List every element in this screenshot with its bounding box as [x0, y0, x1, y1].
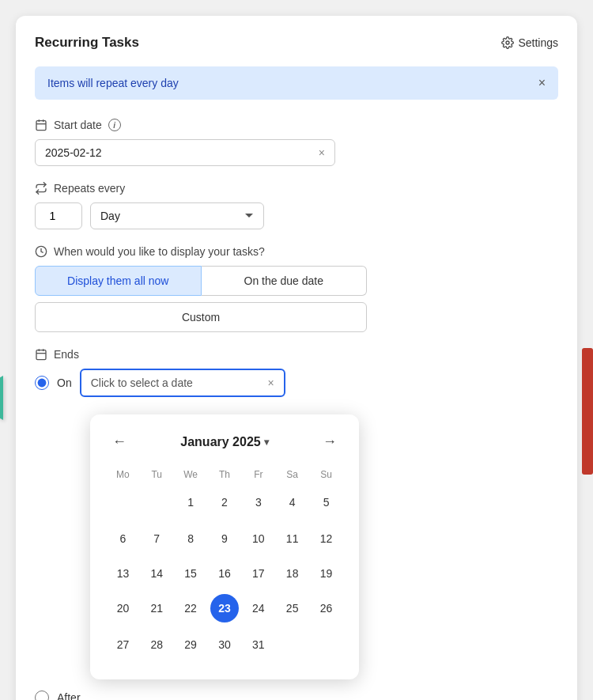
calendar-empty-cell	[142, 486, 171, 515]
banner-text: Items will repeat every day	[47, 77, 179, 89]
calendar-dropdown-icon: ▾	[264, 437, 269, 448]
calendar-cell[interactable]: 14	[140, 556, 174, 591]
calendar-dow-header: Sa	[275, 466, 309, 483]
calendar-cell[interactable]: 9	[208, 521, 242, 556]
calendar-cell[interactable]: 17	[241, 556, 275, 591]
calendar-cell	[140, 483, 174, 521]
start-date-label: Start date i	[35, 119, 558, 131]
calendar-cell[interactable]: 31	[241, 626, 275, 664]
calendar-cell[interactable]: 13	[106, 556, 140, 591]
calendar-day[interactable]: 30	[210, 630, 239, 659]
calendar-day[interactable]: 24	[244, 594, 273, 622]
calendar-cell	[106, 483, 140, 521]
calendar-day[interactable]: 21	[142, 594, 171, 622]
banner-close-button[interactable]: ×	[538, 76, 546, 90]
calendar-cell[interactable]: 30	[208, 626, 242, 664]
calendar-day[interactable]: 27	[108, 630, 137, 659]
calendar-cell[interactable]: 10	[241, 521, 275, 556]
start-date-clear-button[interactable]: ×	[319, 146, 325, 159]
calendar-day[interactable]: 3	[244, 488, 273, 516]
calendar-cell[interactable]: 20	[106, 591, 140, 626]
calendar-cell[interactable]: 22	[174, 591, 208, 626]
calendar-day[interactable]: 16	[210, 559, 239, 588]
calendar-day[interactable]: 5	[312, 488, 341, 516]
display-custom-button[interactable]: Custom	[35, 302, 367, 332]
calendar-day[interactable]: 31	[244, 630, 273, 659]
calendar-dow-header: Fr	[241, 466, 275, 483]
svg-point-0	[506, 41, 509, 44]
calendar-dow-header: Th	[208, 466, 242, 483]
calendar-cell[interactable]: 4	[275, 483, 309, 521]
calendar-cell[interactable]: 28	[140, 626, 174, 664]
calendar-day[interactable]: 19	[312, 559, 341, 588]
calendar-next-button[interactable]: →	[316, 430, 343, 453]
calendar-day[interactable]: 9	[210, 524, 239, 553]
calendar-cell[interactable]: 21	[140, 591, 174, 626]
calendar-day[interactable]: 14	[142, 559, 171, 588]
display-section: When would you like to display your task…	[35, 245, 558, 332]
calendar-cell[interactable]: 15	[174, 556, 208, 591]
calendar-cell[interactable]: 18	[275, 556, 309, 591]
calendar-cell[interactable]: 19	[309, 556, 343, 591]
calendar-cell[interactable]: 11	[275, 521, 309, 556]
calendar-day[interactable]: 7	[142, 524, 171, 553]
calendar-day[interactable]: 10	[244, 524, 273, 553]
ends-on-option: On Click to select a date ×	[35, 369, 558, 397]
display-all-now-button[interactable]: Display them all now	[35, 266, 202, 296]
ends-on-radio[interactable]	[35, 376, 49, 390]
calendar-dow-header: Mo	[106, 466, 140, 483]
calendar-day[interactable]: 6	[108, 524, 137, 553]
calendar-cell[interactable]: 23	[208, 591, 242, 626]
repeats-number-input[interactable]	[35, 202, 82, 229]
calendar-day[interactable]: 20	[108, 594, 137, 622]
calendar-day[interactable]: 8	[176, 524, 205, 553]
calendar-cell[interactable]: 5	[309, 483, 343, 521]
ends-date-select[interactable]: Click to select a date ×	[80, 369, 285, 397]
calendar-day[interactable]: 29	[176, 630, 205, 659]
calendar-day[interactable]: 11	[278, 524, 307, 553]
ends-after-radio[interactable]	[35, 691, 49, 700]
calendar-day[interactable]: 13	[108, 559, 137, 588]
calendar-cell[interactable]: 7	[140, 521, 174, 556]
header: Recurring Tasks Settings	[35, 35, 558, 51]
calendar-cell[interactable]: 2	[208, 483, 242, 521]
calendar-day[interactable]: 4	[278, 488, 307, 516]
calendar-cell[interactable]: 25	[275, 591, 309, 626]
calendar-cell[interactable]: 1	[174, 483, 208, 521]
calendar-cell[interactable]: 16	[208, 556, 242, 591]
start-date-section: Start date i 2025-02-12 ×	[35, 119, 558, 166]
calendar-popup: ← January 2025 ▾ → MoTuWeThFrSaSu 123456…	[90, 414, 359, 679]
calendar-day[interactable]: 25	[278, 594, 307, 622]
calendar-cell	[309, 626, 343, 664]
start-date-input[interactable]: 2025-02-12 ×	[35, 139, 335, 166]
ends-date-clear-button[interactable]: ×	[268, 376, 274, 389]
display-on-due-date-button[interactable]: On the due date	[202, 266, 368, 296]
settings-button[interactable]: Settings	[501, 36, 558, 49]
calendar-prev-button[interactable]: ←	[106, 430, 133, 453]
calendar-day[interactable]: 17	[244, 559, 273, 588]
calendar-cell[interactable]: 29	[174, 626, 208, 664]
calendar-cell[interactable]: 8	[174, 521, 208, 556]
settings-label: Settings	[518, 36, 558, 49]
calendar-day[interactable]: 12	[312, 524, 341, 553]
calendar-cell[interactable]: 24	[241, 591, 275, 626]
calendar-month-year[interactable]: January 2025 ▾	[180, 435, 268, 449]
repeats-period-select[interactable]: Day Week Month Year	[90, 202, 264, 229]
calendar-day[interactable]: 28	[142, 630, 171, 659]
calendar-cell[interactable]: 27	[106, 626, 140, 664]
calendar-day[interactable]: 26	[312, 594, 341, 622]
display-toggle-row: Display them all now On the due date	[35, 266, 367, 296]
calendar-day[interactable]: 2	[210, 488, 239, 516]
calendar-selected-day[interactable]: 23	[210, 594, 239, 622]
repeats-section: Repeats every Day Week Month Year	[35, 182, 558, 229]
calendar-day[interactable]: 18	[278, 559, 307, 588]
ends-on-label: On	[57, 376, 72, 389]
calendar-day[interactable]: 15	[176, 559, 205, 588]
calendar-cell[interactable]: 26	[309, 591, 343, 626]
calendar-day[interactable]: 1	[176, 488, 205, 516]
calendar-cell[interactable]: 3	[241, 483, 275, 521]
calendar-cell[interactable]: 12	[309, 521, 343, 556]
gear-icon	[501, 36, 514, 49]
calendar-cell[interactable]: 6	[106, 521, 140, 556]
calendar-day[interactable]: 22	[176, 594, 205, 622]
